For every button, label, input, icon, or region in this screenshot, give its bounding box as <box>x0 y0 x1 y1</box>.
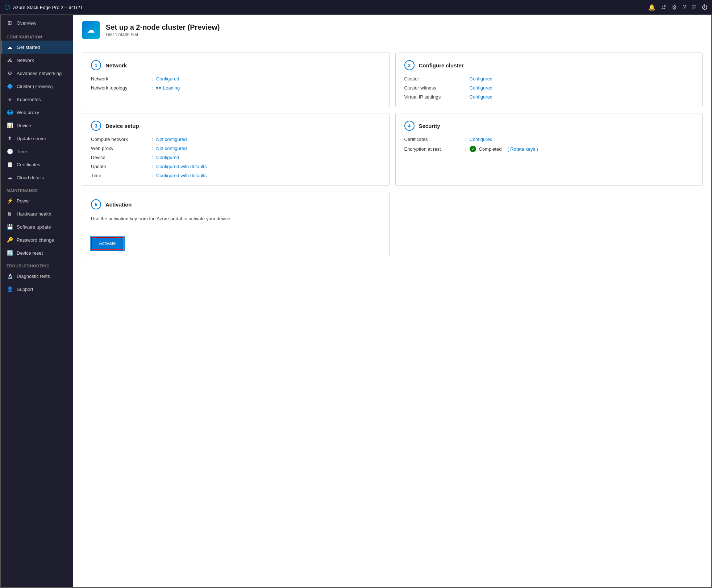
rotate-keys-link[interactable]: ( Rotate keys ) <box>507 146 538 152</box>
bell-icon[interactable]: 🔔 <box>648 4 655 11</box>
get-started-label: Get started <box>17 45 40 50</box>
certificates-icon: 📋 <box>7 161 13 168</box>
device-reset-label: Device reset <box>17 250 43 256</box>
card-row-value[interactable]: Not configured <box>156 137 187 142</box>
card-row-value[interactable]: Configured <box>470 94 493 100</box>
card-row-colon: : <box>462 137 470 142</box>
card-5-description: Use the activation key from the Azure po… <box>91 215 380 222</box>
card-row-value[interactable]: Loading <box>163 85 180 91</box>
card-2-number: 2 <box>404 60 415 70</box>
card-row-colon: : <box>149 173 156 178</box>
sidebar-item-overview[interactable]: ⊞ Overview <box>1 15 73 30</box>
activate-button[interactable]: Activate <box>91 237 124 250</box>
card-3-rows: Compute network:Not configuredWeb proxy:… <box>91 137 380 178</box>
sidebar-section-maintenance: MAINTENANCE <box>1 184 73 194</box>
cloud-details-icon: ☁ <box>7 174 13 181</box>
sidebar-overview-label: Overview <box>17 20 36 26</box>
hardware-health-icon: 🖥 <box>7 210 13 217</box>
card-row-value[interactable]: Configured <box>470 76 493 82</box>
card-row-label: Time <box>91 173 149 178</box>
page-header: ☁ Set up a 2-node cluster (Preview) DM11… <box>73 15 711 45</box>
card-5-header: 5Activation <box>91 199 380 209</box>
support-icon: 👤 <box>7 286 13 292</box>
card-row-label: Cluster <box>404 76 462 82</box>
sidebar-item-certificates[interactable]: 📋Certificates <box>1 158 73 171</box>
card-row-value[interactable]: Not configured <box>156 146 187 151</box>
card-row-value-loading: Loading <box>156 85 180 91</box>
device-icon: 📊 <box>7 122 13 129</box>
card-4-title: Security <box>419 123 440 129</box>
hardware-health-label: Hardware health <box>17 211 51 217</box>
card-row-value[interactable]: Configured <box>470 137 493 142</box>
card-row-value[interactable]: Configured <box>156 76 179 82</box>
page-title: Set up a 2-node cluster (Preview) <box>106 23 220 32</box>
web-proxy-icon: 🌐 <box>7 109 13 116</box>
sidebar-item-network[interactable]: 🖧Network <box>1 54 73 67</box>
sidebar-item-password-change[interactable]: 🔑Password change <box>1 233 73 246</box>
sidebar-item-hardware-health[interactable]: 🖥Hardware health <box>1 207 73 220</box>
account-icon[interactable]: © <box>692 4 696 11</box>
card-3-row-0: Compute network:Not configured <box>91 137 380 142</box>
card-4-row-0: Certificates:Configured <box>404 137 694 142</box>
card-4-header: 4Security <box>404 121 694 131</box>
card-row-label: Network <box>91 76 149 82</box>
card-3-title: Device setup <box>105 123 139 129</box>
sidebar-item-device[interactable]: 📊Device <box>1 119 73 132</box>
card-row-label: Virtual IP settings <box>404 94 462 100</box>
card-row-label: Certificates <box>404 137 462 142</box>
sidebar-item-diagnostic-tests[interactable]: 🔬Diagnostic tests <box>1 270 73 283</box>
check-icon: ✓ <box>470 146 476 152</box>
sidebar-item-cloud-details[interactable]: ☁Cloud details <box>1 171 73 184</box>
card-row-completed: ✓Completed( Rotate keys ) <box>470 146 538 152</box>
card-5-number: 5 <box>91 199 101 209</box>
card-row-value[interactable]: Configured with defaults <box>156 164 207 169</box>
sidebar-item-power[interactable]: ⚡Power <box>1 194 73 207</box>
password-change-label: Password change <box>17 237 54 243</box>
sidebar-item-device-reset[interactable]: 🔄Device reset <box>1 246 73 259</box>
help-icon[interactable]: ? <box>683 4 686 11</box>
sidebar-item-get-started[interactable]: ☁Get started <box>1 41 73 54</box>
power-label: Power <box>17 198 30 204</box>
sidebar-item-time[interactable]: 🕐Time <box>1 145 73 158</box>
card-row-label: Encryption at rest <box>404 146 462 152</box>
card-row-colon: : <box>149 155 156 160</box>
password-change-icon: 🔑 <box>7 237 13 243</box>
card-row-colon: : <box>462 94 470 100</box>
logo-cloud-icon: ☁ <box>87 25 95 35</box>
card-4-rows: Certificates:ConfiguredEncryption at res… <box>404 137 694 152</box>
refresh-icon[interactable]: ↺ <box>661 4 666 11</box>
advanced-networking-icon: ⚙ <box>7 70 13 76</box>
card-row-value[interactable]: Configured <box>470 85 493 91</box>
content-area: ☁ Set up a 2-node cluster (Preview) DM11… <box>73 15 711 587</box>
card-row-value[interactable]: Configured <box>156 155 179 160</box>
web-proxy-label: Web proxy <box>17 110 39 115</box>
device-label: Device <box>17 123 31 128</box>
card-3: 3Device setupCompute network:Not configu… <box>82 113 390 186</box>
azure-logo-icon: ⬡ <box>4 3 10 11</box>
sidebar-item-software-update[interactable]: 💾Software update <box>1 220 73 233</box>
card-4: 4SecurityCertificates:ConfiguredEncrypti… <box>395 113 703 186</box>
network-icon: 🖧 <box>7 57 13 63</box>
sidebar-item-support[interactable]: 👤Support <box>1 283 73 296</box>
titlebar-title: Azure Stack Edge Pro 2 – 64G2T <box>13 5 83 10</box>
diagnostic-tests-label: Diagnostic tests <box>17 274 50 279</box>
settings-icon[interactable]: ⚙ <box>672 4 677 11</box>
card-5: 5ActivationUse the activation key from t… <box>82 192 390 257</box>
sidebar-item-cluster[interactable]: 🔷Cluster (Preview) <box>1 80 73 93</box>
sidebar-item-update-server[interactable]: ⬆Update server <box>1 132 73 145</box>
software-update-label: Software update <box>17 224 51 230</box>
card-1-title: Network <box>105 62 127 68</box>
card-row-colon: : <box>149 137 156 142</box>
sidebar-item-web-proxy[interactable]: 🌐Web proxy <box>1 106 73 119</box>
power-icon[interactable]: ⏻ <box>702 4 708 11</box>
card-row-label: Compute network <box>91 137 149 142</box>
page-title-block: Set up a 2-node cluster (Preview) DM1174… <box>106 23 220 37</box>
sidebar-item-kubernetes[interactable]: ⎈Kubernetes <box>1 93 73 106</box>
card-row-value[interactable]: Configured with defaults <box>156 173 207 178</box>
card-row-colon: : <box>149 146 156 151</box>
sidebar-item-advanced-networking[interactable]: ⚙Advanced networking <box>1 67 73 80</box>
update-server-label: Update server <box>17 136 46 141</box>
card-2-rows: Cluster:ConfiguredCluster witness:Config… <box>404 76 694 100</box>
card-row-colon: : <box>462 76 470 82</box>
card-2-header: 2Configure cluster <box>404 60 694 70</box>
